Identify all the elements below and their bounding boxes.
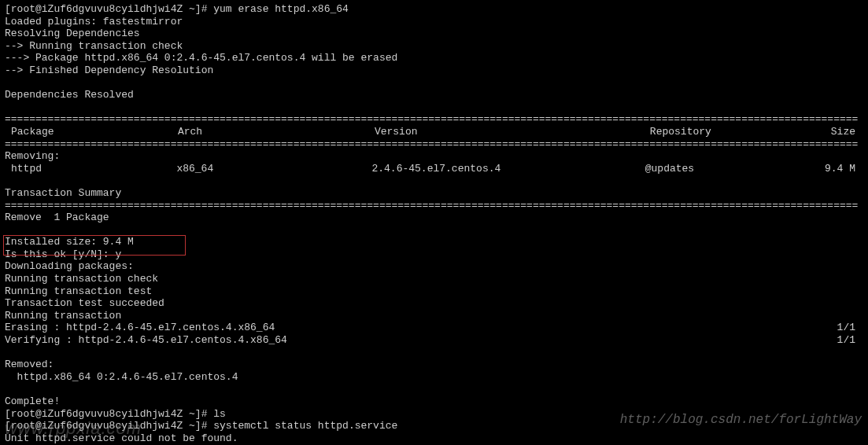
output-line: Running transaction check: [5, 273, 863, 285]
output-line: Downloading packages:: [5, 260, 863, 273]
cell-package: httpd: [5, 163, 176, 175]
blank-line: [5, 101, 863, 114]
header-size: Size: [831, 126, 863, 138]
output-line: --> Running transaction check: [5, 40, 863, 53]
erasing-text: Erasing : httpd-2.4.6-45.el7.centos.4.x8…: [5, 322, 837, 334]
output-line: Resolving Dependencies: [5, 28, 863, 40]
erasing-line: Erasing : httpd-2.4.6-45.el7.centos.4.x8…: [5, 322, 863, 334]
output-line: Running transaction: [5, 310, 863, 322]
header-arch: Arch: [178, 126, 375, 138]
header-version: Version: [375, 126, 650, 138]
removed-label: Removed:: [5, 359, 863, 371]
complete-line: Complete!: [5, 395, 863, 408]
divider: ========================================…: [5, 138, 863, 151]
prompt-line-2: [root@iZuf6dgvuvu8cyildhjwi4Z ~]# ls: [5, 408, 863, 421]
tx-summary: Transaction Summary: [5, 187, 863, 200]
verifying-text: Verifying : httpd-2.4.6-45.el7.centos.4.…: [5, 334, 837, 347]
cell-arch: x86_64: [176, 163, 371, 175]
output-line: Dependencies Resolved: [5, 89, 863, 101]
prompt-line-1: [root@iZuf6dgvuvu8cyildhjwi4Z ~]# yum er…: [5, 3, 863, 16]
shell-prompt: [root@iZuf6dgvuvu8cyildhjwi4Z ~]#: [5, 3, 213, 15]
blank-line: [5, 77, 863, 90]
command-text: yum erase httpd.x86_64: [213, 3, 349, 15]
header-package: Package: [5, 126, 178, 138]
confirm-line[interactable]: Is this ok [y/N]: y: [5, 248, 863, 261]
removing-label: Removing:: [5, 150, 863, 163]
progress-count: 1/1: [837, 334, 863, 347]
cell-size: 9.4 M: [825, 163, 863, 175]
confirm-prompt: Is this ok [y/N]:: [5, 248, 115, 260]
shell-prompt: [root@iZuf6dgvuvu8cyildhjwi4Z ~]#: [5, 420, 213, 432]
table-row: httpd x86_64 2.4.6-45.el7.centos.4 @upda…: [5, 163, 863, 175]
removed-pkg: httpd.x86_64 0:2.4.6-45.el7.centos.4: [5, 371, 863, 384]
divider: ========================================…: [5, 200, 863, 212]
output-line: ---> Package httpd.x86_64 0:2.4.6-45.el7…: [5, 52, 863, 64]
output-line: --> Finished Dependency Resolution: [5, 64, 863, 77]
command-text: systemctl status httpd.service: [213, 420, 397, 432]
output-line: Running transaction test: [5, 285, 863, 298]
prompt-line-3: [root@iZuf6dgvuvu8cyildhjwi4Z ~]# system…: [5, 420, 863, 432]
blank-line: [5, 175, 863, 187]
cell-repo: @updates: [645, 163, 825, 175]
remove-count: Remove 1 Package: [5, 211, 863, 224]
verifying-line: Verifying : httpd-2.4.6-45.el7.centos.4.…: [5, 334, 863, 347]
status-output: Unit httpd.service could not be found.: [5, 432, 863, 445]
header-repo: Repository: [650, 126, 831, 138]
output-line: Transaction test succeeded: [5, 297, 863, 310]
blank-line: [5, 224, 863, 237]
blank-line: [5, 347, 863, 359]
confirm-answer: y: [115, 248, 121, 260]
command-text: ls: [213, 408, 226, 420]
progress-count: 1/1: [837, 322, 863, 334]
output-line: Loaded plugins: fastestmirror: [5, 16, 863, 28]
table-header: Package Arch Version Repository Size: [5, 126, 863, 138]
installed-size: Installed size: 9.4 M: [5, 236, 863, 248]
cell-version: 2.4.6-45.el7.centos.4: [371, 163, 645, 175]
shell-prompt: [root@iZuf6dgvuvu8cyildhjwi4Z ~]#: [5, 408, 213, 420]
blank-line: [5, 383, 863, 395]
divider: ========================================…: [5, 113, 863, 126]
